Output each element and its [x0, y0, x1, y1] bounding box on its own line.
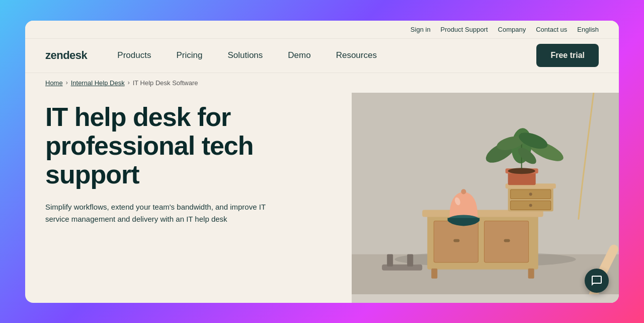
- svg-point-18: [461, 189, 466, 194]
- nav-pricing[interactable]: Pricing: [176, 50, 202, 60]
- main-card: Sign in Product Support Company Contact …: [25, 21, 619, 303]
- sign-in-link[interactable]: Sign in: [411, 26, 431, 33]
- breadcrumb-home[interactable]: Home: [45, 79, 63, 87]
- logo[interactable]: zendesk: [45, 49, 87, 62]
- language-selector[interactable]: English: [577, 26, 599, 33]
- hero-image-bg: [352, 93, 619, 303]
- hero-content: IT help desk for professional tech suppo…: [25, 93, 352, 303]
- svg-rect-33: [407, 254, 413, 266]
- svg-rect-9: [431, 268, 437, 278]
- svg-rect-7: [453, 239, 459, 242]
- hero-section: IT help desk for professional tech suppo…: [25, 93, 619, 303]
- svg-rect-10: [528, 268, 534, 278]
- product-support-link[interactable]: Product Support: [441, 26, 488, 33]
- svg-rect-32: [387, 254, 393, 266]
- chat-button[interactable]: [585, 269, 609, 293]
- hero-image: [352, 93, 619, 303]
- free-trial-button[interactable]: Free trial: [536, 44, 599, 67]
- svg-point-15: [529, 192, 532, 196]
- breadcrumb: Home › Internal Help Desk › IT Help Desk…: [25, 73, 619, 93]
- nav-demo[interactable]: Demo: [288, 50, 310, 60]
- nav-products[interactable]: Products: [117, 50, 151, 60]
- svg-point-23: [508, 168, 535, 174]
- nav-solutions[interactable]: Solutions: [227, 50, 263, 60]
- breadcrumb-separator-1: ›: [66, 79, 68, 86]
- svg-rect-8: [504, 239, 510, 242]
- breadcrumb-separator-2: ›: [128, 79, 130, 86]
- desk-illustration: [352, 93, 619, 295]
- main-nav: zendesk Products Pricing Solutions Demo …: [25, 39, 619, 73]
- breadcrumb-current: IT Help Desk Software: [133, 79, 198, 87]
- chat-icon: [591, 275, 603, 287]
- utility-bar: Sign in Product Support Company Contact …: [25, 21, 619, 39]
- contact-us-link[interactable]: Contact us: [536, 26, 567, 33]
- nav-resources[interactable]: Resources: [336, 50, 377, 60]
- company-link[interactable]: Company: [498, 26, 526, 33]
- breadcrumb-internal-help-desk[interactable]: Internal Help Desk: [71, 79, 125, 87]
- svg-point-16: [529, 204, 532, 207]
- hero-title: IT help desk for professional tech suppo…: [45, 103, 332, 189]
- nav-links: Products Pricing Solutions Demo Resource…: [117, 50, 536, 60]
- hero-subtitle: Simplify workflows, extend your team's b…: [45, 201, 272, 225]
